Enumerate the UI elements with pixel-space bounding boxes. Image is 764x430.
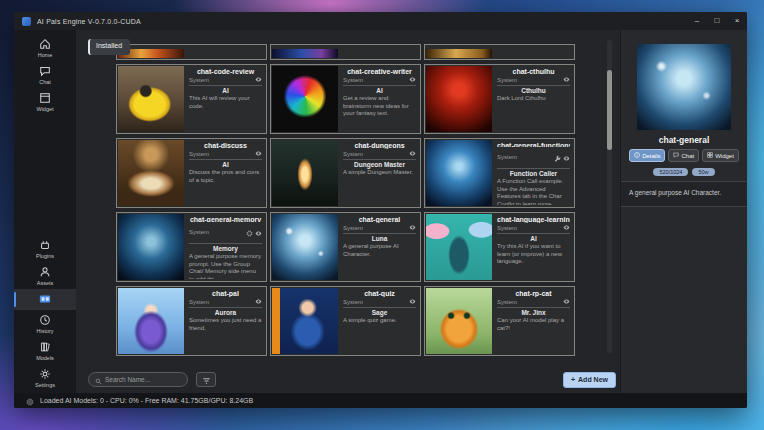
token-count-badge: 520/1024: [653, 168, 688, 176]
character-description: A general purpose AI Character.: [621, 181, 747, 207]
search-input[interactable]: [105, 376, 185, 383]
minimize-button[interactable]: –: [687, 12, 707, 30]
card-chat-quiz[interactable]: chat-quiz System Sage A simple quiz game…: [270, 286, 421, 356]
vertical-scrollbar[interactable]: [607, 40, 612, 353]
search-box[interactable]: [88, 372, 188, 387]
eye-icon: [563, 76, 570, 83]
chat-bubble-icon: [673, 152, 679, 159]
cpu-chip-icon: [26, 392, 34, 409]
tab-chat[interactable]: Chat: [668, 149, 699, 162]
partial-card-thumbnail: [272, 49, 338, 58]
eye-icon: [255, 76, 262, 83]
search-icon: [95, 371, 102, 389]
app-logo-icon: [22, 17, 31, 26]
widget-icon: [707, 152, 713, 159]
detail-panel-tabs: Details Chat Widget: [629, 149, 739, 162]
card-thumbnail-roundtable: [118, 140, 184, 206]
card-thumbnail-quiz-host: [272, 288, 338, 354]
filter-button[interactable]: [196, 372, 216, 387]
card-thumbnail-psychedelic-head: [272, 66, 338, 132]
sidebar: Home Chat Widget Plugins Assets: [14, 30, 76, 393]
eye-icon: [255, 150, 262, 157]
pals-cards-icon: [38, 293, 52, 305]
sidebar-item-models[interactable]: Models: [14, 337, 76, 364]
card-chat-language-learning[interactable]: chat-language-learning System AI Try thi…: [424, 212, 575, 282]
eye-icon: [255, 223, 262, 241]
card-chat-dungeons[interactable]: chat-dungeons System Dungeon Master A si…: [270, 138, 421, 208]
gear-icon: [39, 368, 51, 380]
models-icon: [39, 341, 51, 353]
pals-content: Installed chat-code-review System AI Th: [76, 30, 620, 393]
detail-panel: chat-general Details Chat Widget 520/102…: [620, 30, 747, 393]
plugins-icon: [39, 239, 51, 251]
card-chat-general[interactable]: chat-general System Luna A general purpo…: [270, 212, 421, 282]
app-window: AI Pals Engine V-0.7.0.0-CUDA – □ × Home…: [14, 12, 747, 408]
partial-card[interactable]: [270, 44, 421, 60]
eye-icon: [563, 148, 570, 166]
window-title: AI Pals Engine V-0.7.0.0-CUDA: [37, 18, 141, 25]
card-chat-general-functions[interactable]: chat-general-functions System Function C…: [424, 138, 575, 208]
widget-icon: [39, 92, 51, 104]
history-icon: [39, 314, 51, 326]
sidebar-item-assets[interactable]: Assets: [14, 262, 76, 289]
sidebar-item-plugins[interactable]: Plugins: [14, 235, 76, 262]
maximize-button[interactable]: □: [707, 12, 727, 30]
card-thumbnail-cat: [426, 288, 492, 354]
assets-icon: [39, 266, 51, 278]
eye-icon: [409, 298, 416, 305]
pals-grid: chat-code-review System AI This AI will …: [116, 44, 575, 356]
sidebar-item-history[interactable]: History: [14, 310, 76, 337]
sidebar-item-pals[interactable]: [14, 289, 76, 310]
sidebar-item-settings[interactable]: Settings: [14, 364, 76, 391]
selected-character-portrait: [637, 44, 731, 130]
partial-card[interactable]: [424, 44, 575, 60]
card-chat-discuss[interactable]: chat-discuss System AI Discuss the pros …: [116, 138, 267, 208]
partial-card-thumbnail: [426, 49, 492, 58]
window-controls: – □ ×: [687, 12, 747, 30]
eye-icon: [409, 224, 416, 231]
tab-installed[interactable]: Installed: [88, 39, 130, 55]
tab-details[interactable]: Details: [629, 149, 665, 162]
function-icon: [554, 148, 561, 166]
card-thumbnail-language-signs: [426, 214, 492, 280]
card-thumbnail-cyborg-man: [118, 214, 184, 280]
titlebar: AI Pals Engine V-0.7.0.0-CUDA – □ ×: [14, 12, 747, 30]
tab-widget[interactable]: Widget: [702, 149, 739, 162]
card-chat-cthulhu[interactable]: chat-cthulhu System Cthulhu Dark Lord Ct…: [424, 64, 575, 134]
scrollbar-thumb[interactable]: [607, 70, 612, 150]
sidebar-item-chat[interactable]: Chat: [14, 61, 76, 88]
status-bar: Loaded AI Models: 0 - CPU: 0% - Free RAM…: [14, 393, 747, 408]
eye-icon: [563, 298, 570, 305]
add-new-button[interactable]: + Add New: [563, 372, 616, 388]
token-badges: 520/1024 50w: [653, 168, 714, 176]
card-thumbnail-dungeon-door: [272, 140, 338, 206]
card-chat-general-memory[interactable]: chat-general-memory System Memory A gene…: [116, 212, 267, 282]
plus-icon: +: [571, 376, 575, 383]
word-count-badge: 50w: [692, 168, 714, 176]
card-thumbnail-cyborg-face: [426, 140, 492, 206]
card-thumbnail-duck: [118, 66, 184, 132]
card-thumbnail-anime-girl: [118, 288, 184, 354]
filter-icon: [202, 371, 211, 389]
eye-icon: [255, 298, 262, 305]
eye-icon: [409, 76, 416, 83]
info-icon: [634, 152, 640, 159]
memory-chip-icon: [246, 223, 253, 241]
selected-character-title: chat-general: [659, 135, 710, 145]
eye-icon: [563, 224, 570, 231]
sidebar-item-home[interactable]: Home: [14, 34, 76, 61]
card-chat-rp-cat[interactable]: chat-rp-cat System Mr. Jinx Can your AI …: [424, 286, 575, 356]
sidebar-item-widget[interactable]: Widget: [14, 88, 76, 115]
chat-icon: [39, 65, 51, 77]
card-thumbnail-cyborg-woman: [272, 214, 338, 280]
partial-card[interactable]: [116, 44, 267, 60]
card-thumbnail-cthulhu: [426, 66, 492, 132]
eye-icon: [409, 150, 416, 157]
card-chat-code-review[interactable]: chat-code-review System AI This AI will …: [116, 64, 267, 134]
card-chat-pal[interactable]: chat-pal System Aurora Sometimes you jus…: [116, 286, 267, 356]
home-icon: [39, 38, 51, 50]
close-button[interactable]: ×: [727, 12, 747, 30]
status-text: Loaded AI Models: 0 - CPU: 0% - Free RAM…: [40, 397, 253, 404]
card-chat-creative-writer[interactable]: chat-creative-writer System AI Get a rev…: [270, 64, 421, 134]
